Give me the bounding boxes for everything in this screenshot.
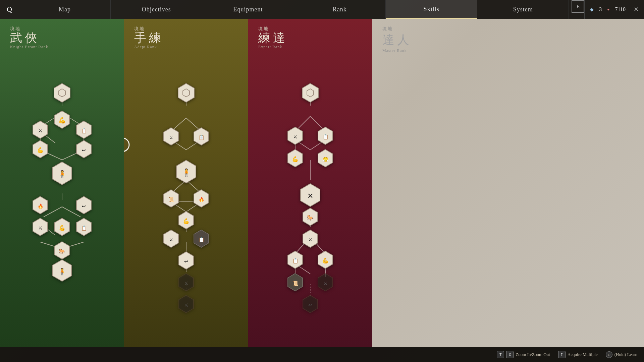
hint-learn: ⊙ (Hold) Learn: [606, 351, 637, 358]
e-button[interactable]: E: [572, 0, 584, 13]
svg-text:💪: 💪: [292, 156, 299, 162]
svg-marker-103: [307, 89, 314, 97]
title-en-gray: Master Rank: [382, 48, 637, 53]
skill-node-adept-down[interactable]: ↩: [179, 252, 194, 269]
skill-tree-crimson: ⚔ 📋 💪 😤 ✕: [248, 46, 372, 347]
skill-node-4b[interactable]: 💪: [55, 218, 69, 236]
skill-node-adept-2b[interactable]: 🔥: [194, 190, 209, 207]
svg-text:⚔: ⚔: [323, 281, 328, 286]
skill-node-expert-sword[interactable]: ⚔: [303, 230, 318, 247]
skill-node-4a[interactable]: ⚔: [33, 218, 48, 236]
svg-text:✕: ✕: [307, 192, 313, 200]
skill-node-adept-locked2[interactable]: ⚔: [179, 274, 194, 291]
svg-point-47: [124, 138, 129, 152]
hint-acquire: I Acquire Multiple: [558, 351, 598, 358]
svg-text:↩: ↩: [184, 259, 188, 264]
skill-node-4c[interactable]: 📋: [76, 218, 91, 236]
svg-text:🧍: 🧍: [182, 168, 191, 177]
svg-text:📜: 📜: [168, 197, 174, 202]
tab-rank[interactable]: Rank: [294, 0, 386, 19]
svg-text:📋: 📋: [81, 225, 87, 231]
skill-node-adept-locked[interactable]: 📋: [194, 230, 209, 247]
svg-marker-64: [183, 89, 190, 97]
svg-text:↩: ↩: [82, 204, 86, 209]
diamond-count: 3: [599, 6, 602, 12]
panel-adept: 境地 手練 Adept Rank: [124, 19, 248, 347]
svg-text:🔥: 🔥: [38, 203, 44, 209]
skill-node-3b[interactable]: ↩: [76, 196, 91, 214]
svg-text:🐎: 🐎: [59, 248, 65, 254]
skill-node-top-green[interactable]: [54, 83, 70, 102]
key-i: I: [558, 351, 566, 358]
skill-node-adept-sword[interactable]: ⚔: [164, 230, 178, 247]
tab-objectives[interactable]: Objectives: [111, 0, 202, 19]
skill-node-expert-2a[interactable]: 💪: [288, 149, 303, 167]
skill-node-2b[interactable]: ↩: [76, 140, 91, 158]
main-content: 境地 武俠 Knight-Errant Rank: [0, 19, 644, 347]
svg-text:🧍: 🧍: [58, 170, 67, 179]
title-cn-crimson: 練達: [258, 32, 366, 44]
skill-node-3a[interactable]: 🔥: [33, 196, 48, 214]
tab-equipment[interactable]: Equipment: [202, 0, 294, 19]
svg-text:↩: ↩: [308, 303, 312, 308]
zoom-label: Zoom In/Zoom Out: [516, 352, 550, 357]
skill-node-expert-3b[interactable]: 💪: [318, 251, 333, 268]
tab-map[interactable]: Map: [19, 0, 111, 19]
close-icon[interactable]: ✕: [634, 6, 639, 13]
svg-text:🔥: 🔥: [199, 197, 205, 202]
nav-logo[interactable]: Q: [0, 0, 19, 19]
skill-node-mid[interactable]: 🧍: [52, 162, 72, 185]
skill-node-1b[interactable]: 💪: [55, 111, 69, 128]
svg-text:📋: 📋: [292, 258, 299, 264]
skill-node-adept-top[interactable]: [178, 83, 194, 102]
nav-tabs: Map Objectives Equipment Rank Skills Sys…: [19, 0, 569, 19]
skill-node-expert-4a[interactable]: 📜: [288, 274, 303, 291]
skill-node-expert-cross[interactable]: ✕: [301, 184, 320, 206]
svg-text:⚔: ⚔: [184, 303, 189, 308]
tab-system[interactable]: System: [477, 0, 569, 19]
skill-node-expert-1b[interactable]: 📋: [318, 127, 333, 144]
skill-node-bottom[interactable]: 🧍: [53, 260, 71, 281]
rank-label-gray: 境地: [382, 26, 637, 32]
skill-node-expert-top[interactable]: [302, 83, 318, 102]
svg-text:📋: 📋: [323, 134, 329, 140]
title-cn-gray: 達人: [382, 32, 637, 48]
tab-skills[interactable]: Skills: [386, 0, 477, 19]
title-cn-green: 武俠: [10, 32, 117, 44]
svg-text:💪: 💪: [37, 147, 44, 153]
bottom-bar: T G Zoom In/Zoom Out I Acquire Multiple …: [0, 347, 644, 362]
svg-text:⚔: ⚔: [169, 237, 173, 242]
skill-node-adept-2a[interactable]: 📜: [164, 190, 178, 207]
skill-node-adept-locked3[interactable]: ⚔: [179, 295, 194, 313]
acquire-label: Acquire Multiple: [568, 352, 598, 357]
panel-master: 境地 達人 Master Rank: [372, 19, 644, 347]
svg-text:⚔: ⚔: [308, 237, 313, 242]
svg-text:⚔: ⚔: [169, 135, 173, 140]
skill-node-expert-2b[interactable]: 😤: [318, 149, 333, 167]
skill-node-expert-4b[interactable]: ⚔: [318, 274, 333, 291]
panel-expert: 境地 練達 Expert Rank: [248, 19, 372, 347]
key-t: T: [497, 351, 504, 358]
svg-text:🐎: 🐎: [307, 215, 314, 221]
svg-text:💪: 💪: [183, 218, 190, 224]
skill-node-horse[interactable]: 🐎: [55, 242, 69, 259]
svg-text:⚔: ⚔: [38, 226, 43, 231]
skill-node-adept-1a[interactable]: ⚔: [164, 128, 178, 145]
skill-node-expert-horse[interactable]: 🐎: [303, 208, 318, 226]
skill-node-2a[interactable]: 💪: [33, 140, 48, 158]
skill-node-adept-1b[interactable]: 📋: [194, 128, 209, 145]
nav-currency: ◆ 3 ● 7110 ✕: [584, 0, 644, 19]
learn-icon: ⊙: [606, 351, 612, 358]
nav-bar: Q Map Objectives Equipment Rank Skills S…: [0, 0, 644, 19]
svg-text:⚔: ⚔: [293, 134, 298, 139]
panel-knight-errant: 境地 武俠 Knight-Errant Rank: [0, 19, 124, 347]
skill-node-adept-mid[interactable]: 🧍: [176, 160, 196, 183]
skill-node-expert-3a[interactable]: 📋: [288, 251, 303, 268]
svg-text:😤: 😤: [323, 157, 329, 162]
key-g: G: [506, 351, 514, 358]
svg-text:📜: 📜: [292, 281, 299, 286]
skill-node-expert-1a[interactable]: ⚔: [288, 127, 303, 144]
svg-text:💪: 💪: [322, 257, 329, 264]
skill-node-adept-muscle[interactable]: 💪: [179, 212, 194, 229]
skill-node-expert-bottom[interactable]: ↩: [303, 295, 318, 313]
